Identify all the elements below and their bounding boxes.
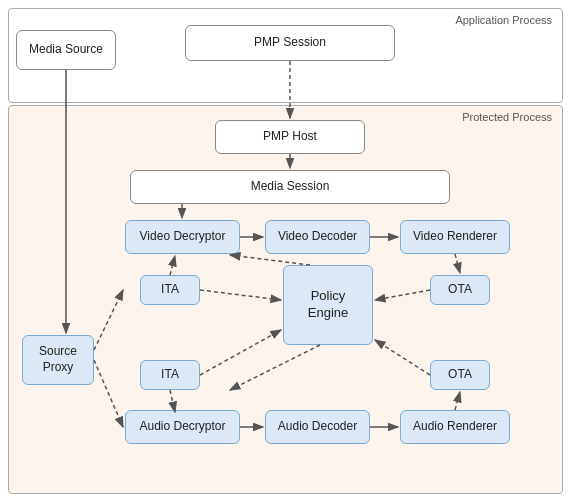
video-decryptor-box: Video Decryptor: [125, 220, 240, 254]
media-session-box: Media Session: [130, 170, 450, 204]
audio-decoder-box: Audio Decoder: [265, 410, 370, 444]
diagram: Application Process Protected Process Me…: [0, 0, 571, 502]
video-renderer-box: Video Renderer: [400, 220, 510, 254]
pmp-host-box: PMP Host: [215, 120, 365, 154]
ita-top-box: ITA: [140, 275, 200, 305]
media-source-box: Media Source: [16, 30, 116, 70]
audio-decryptor-box: Audio Decryptor: [125, 410, 240, 444]
protected-process-label: Protected Process: [462, 111, 552, 123]
audio-renderer-box: Audio Renderer: [400, 410, 510, 444]
pmp-session-box: PMP Session: [185, 25, 395, 61]
app-process-label: Application Process: [455, 14, 552, 26]
policy-engine-box: Policy Engine: [283, 265, 373, 345]
ita-bottom-box: ITA: [140, 360, 200, 390]
ota-bottom-box: OTA: [430, 360, 490, 390]
ota-top-box: OTA: [430, 275, 490, 305]
source-proxy-box: Source Proxy: [22, 335, 94, 385]
video-decoder-box: Video Decoder: [265, 220, 370, 254]
